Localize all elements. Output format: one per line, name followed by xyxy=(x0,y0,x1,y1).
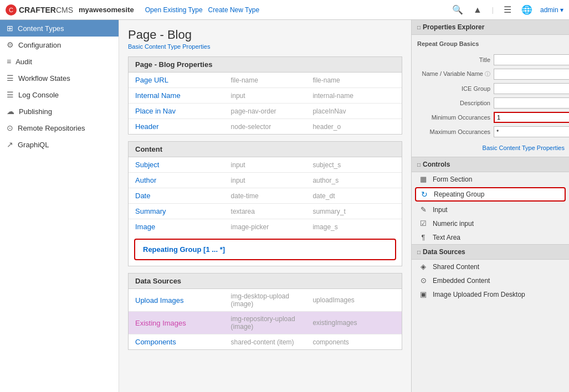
open-existing-type-link[interactable]: Open Existing Type xyxy=(145,6,203,14)
sidebar-item-audit[interactable]: ≡ Audit xyxy=(0,53,119,70)
collapse-icon-datasources[interactable]: □ xyxy=(417,249,421,255)
image-upload-icon: ▣ xyxy=(418,290,428,298)
form-row-description: Description xyxy=(412,96,569,110)
sidebar-label-log-console: Log Console xyxy=(18,91,59,99)
table-row[interactable]: Header node-selector header_o xyxy=(129,119,402,135)
field-name-page-url[interactable]: Page URL xyxy=(129,73,224,88)
logo: C CRAFTERCMS xyxy=(6,4,73,16)
create-new-type-link[interactable]: Create New Type xyxy=(208,6,260,14)
title-input[interactable] xyxy=(494,54,569,65)
field-var-summary: summary_t xyxy=(306,204,402,219)
field-name-header[interactable]: Header xyxy=(129,119,224,135)
field-name-upload-images[interactable]: Upload Images xyxy=(129,289,224,312)
table-row[interactable]: Internal Name input internal-name xyxy=(129,88,402,104)
controls-section: □ Controls ▦ Form Section ↻ Repeating Gr… xyxy=(412,157,569,244)
datasources-list: ◈ Shared Content ⊙ Embedded Content ▣ Im… xyxy=(412,260,569,301)
field-name-subject[interactable]: Subject xyxy=(129,157,224,173)
basic-content-type-link[interactable]: Basic Content Type Properties xyxy=(412,142,569,153)
control-label-text-area: Text Area xyxy=(433,234,460,241)
sidebar-item-configuration[interactable]: ⚙ Configuration xyxy=(0,37,119,53)
field-name-components[interactable]: Components xyxy=(129,334,224,350)
control-form-section[interactable]: ▦ Form Section xyxy=(412,172,569,186)
log-icon: ☰ xyxy=(7,90,14,99)
field-name-image[interactable]: Image xyxy=(129,219,224,235)
sidebar-item-log-console[interactable]: ☰ Log Console xyxy=(0,86,119,103)
list-icon: ≡ xyxy=(7,57,11,66)
sidebar-item-remote-repositories[interactable]: ⊙ Remote Repositories xyxy=(0,120,119,136)
field-type-image: image-picker xyxy=(224,219,306,235)
graphiql-icon: ↗ xyxy=(7,140,13,149)
globe-icon[interactable]: 🌐 xyxy=(521,4,532,15)
sidebar-item-workflow-states[interactable]: ☰ Workflow States xyxy=(0,70,119,86)
field-type-place-in-nav: page-nav-order xyxy=(224,104,306,119)
collapse-icon[interactable]: □ xyxy=(417,24,421,30)
right-datasources-header: □ Data Sources xyxy=(412,245,569,260)
datasource-shared-content[interactable]: ◈ Shared Content xyxy=(412,260,569,274)
table-row[interactable]: Upload Images img-desktop-upload (image)… xyxy=(129,289,402,312)
cloud-icon: ☁ xyxy=(7,107,14,116)
field-var-page-url: file-name xyxy=(306,73,402,88)
upload-icon[interactable]: ▲ xyxy=(473,5,482,15)
control-repeating-group[interactable]: ↻ Repeating Group xyxy=(415,187,566,202)
admin-button[interactable]: admin ▾ xyxy=(540,6,563,14)
site-name: myawesomesite xyxy=(79,6,134,14)
form-label-min-occ: Minimum Occurances xyxy=(416,114,494,121)
datasource-embedded-content[interactable]: ⊙ Embedded Content xyxy=(412,274,569,287)
sidebar-label-content-types: Content Types xyxy=(18,24,64,33)
menu-icon[interactable]: ☰ xyxy=(504,4,511,15)
description-input[interactable] xyxy=(494,97,569,109)
control-label-input: Input xyxy=(433,206,448,214)
datasource-image-upload[interactable]: ▣ Image Uploaded From Desktop xyxy=(412,287,569,301)
search-icon[interactable]: 🔍 xyxy=(452,4,463,15)
control-input[interactable]: ✎ Input xyxy=(412,203,569,216)
form-row-ice-group: ICE Group xyxy=(412,81,569,96)
field-type-author: input xyxy=(224,173,306,188)
repo-icon: ⊙ xyxy=(7,123,13,132)
field-name-place-in-nav[interactable]: Place in Nav xyxy=(129,104,224,119)
field-name-internal-name[interactable]: Internal Name xyxy=(129,88,224,104)
field-var-header: header_o xyxy=(306,119,402,135)
ice-group-input[interactable] xyxy=(494,83,569,94)
table-row[interactable]: Image image-picker image_s xyxy=(129,219,402,235)
field-type-existing-images: img-repository-upload (image) xyxy=(224,312,306,334)
sidebar-item-publishing[interactable]: ☁ Publishing xyxy=(0,103,119,120)
field-name-author[interactable]: Author xyxy=(129,173,224,188)
max-occ-input[interactable] xyxy=(494,126,569,137)
table-row[interactable]: Date date-time date_dt xyxy=(129,188,402,204)
sidebar-item-graphiql[interactable]: ↗ GraphiQL xyxy=(0,136,119,153)
sidebar-label-publishing: Publishing xyxy=(19,107,52,116)
field-name-existing-images[interactable]: Existing Images xyxy=(129,312,224,334)
content-section: Content Subject input subject_s Author i… xyxy=(128,141,402,266)
form-row-min-occ: Minimum Occurances xyxy=(412,110,569,125)
control-text-area[interactable]: ¶ Text Area xyxy=(412,230,569,244)
field-name-summary[interactable]: Summary xyxy=(129,204,224,219)
name-var-input[interactable] xyxy=(494,69,569,80)
control-numeric-input[interactable]: ☑ Numeric input xyxy=(412,216,569,230)
field-type-summary: textarea xyxy=(224,204,306,219)
table-row[interactable]: Subject input subject_s xyxy=(129,157,402,173)
breadcrumb[interactable]: Basic Content Type Properties xyxy=(128,43,402,50)
page-blog-table: Page URL file-name file-name Internal Na… xyxy=(129,73,402,134)
properties-explorer-section: □ Properties Explorer Repeat Group Basic… xyxy=(412,20,569,157)
field-name-date[interactable]: Date xyxy=(129,188,224,204)
table-row[interactable]: Summary textarea summary_t xyxy=(129,204,402,219)
table-row[interactable]: Components shared-content (item) compone… xyxy=(129,334,402,350)
table-row[interactable]: Page URL file-name file-name xyxy=(129,73,402,88)
field-type-upload-images: img-desktop-upload (image) xyxy=(224,289,306,312)
sidebar: ⊞ Content Types ⚙ Configuration ≡ Audit … xyxy=(0,20,119,392)
table-row[interactable]: Author input author_s xyxy=(129,173,402,188)
table-row[interactable]: Existing Images img-repository-upload (i… xyxy=(129,312,402,334)
field-var-image: image_s xyxy=(306,219,402,235)
sidebar-item-content-types[interactable]: ⊞ Content Types xyxy=(0,20,119,37)
repeating-group-box[interactable]: Repeating Group [1 ... *] xyxy=(134,239,396,260)
field-var-date: date_dt xyxy=(306,188,402,204)
min-occ-input[interactable] xyxy=(494,112,569,123)
form-section-icon: ▦ xyxy=(418,175,428,183)
datasource-label-shared-content: Shared Content xyxy=(433,263,479,271)
table-row[interactable]: Place in Nav page-nav-order placeInNav xyxy=(129,104,402,119)
datasources-header: Data Sources xyxy=(129,274,402,289)
collapse-icon-controls[interactable]: □ xyxy=(417,162,421,168)
properties-explorer-header: □ Properties Explorer xyxy=(412,20,569,35)
field-var-author: author_s xyxy=(306,173,402,188)
controls-list: ▦ Form Section ↻ Repeating Group ✎ Input… xyxy=(412,172,569,244)
